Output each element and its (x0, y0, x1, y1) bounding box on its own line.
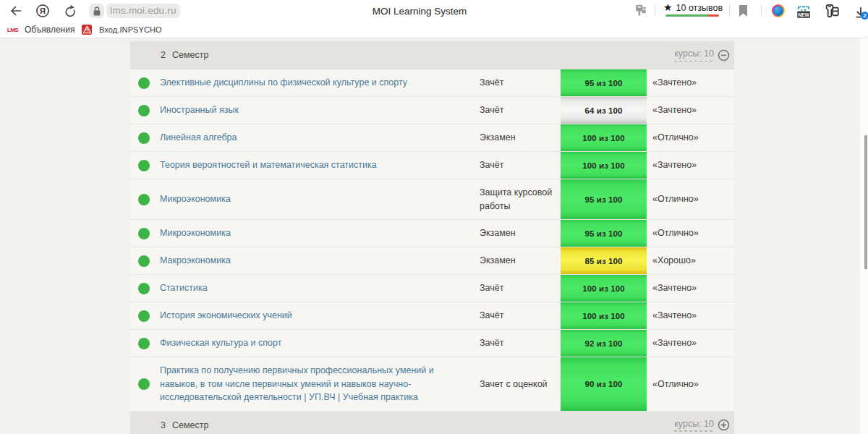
key-passwords-icon (634, 4, 648, 18)
score-badge: 100 из 100 (561, 275, 647, 302)
pyramid-icon (82, 25, 92, 34)
course-link[interactable]: Практика по получению первичных професси… (160, 357, 480, 411)
course-row: Практика по получению первичных професси… (130, 357, 734, 412)
color-ring-icon (772, 4, 785, 17)
tab-groups-button[interactable] (823, 0, 842, 22)
reviews-label: 10 отзывов (676, 3, 723, 13)
scrollbar-thumb[interactable] (864, 135, 868, 269)
score-badge: 64 из 100 (561, 97, 647, 124)
status-dot (138, 283, 150, 294)
address-bar[interactable]: lms.moi.edu.ru (106, 4, 180, 18)
bookmarks-bar: LMS Объявления Вход.INPSYCHO (0, 22, 868, 38)
course-row: Иностранный язык Зачёт 64 из 100 «Зачтен… (130, 97, 734, 124)
toolbar-separator (655, 5, 655, 17)
back-button[interactable] (8, 0, 24, 22)
svg-text:NEW: NEW (798, 12, 809, 17)
score-badge: 95 из 100 (561, 220, 647, 247)
collapse-section-button[interactable] (718, 49, 730, 61)
refresh-icon (62, 2, 78, 20)
extension-browser-button[interactable] (771, 0, 786, 22)
tab-groups-icon (823, 1, 842, 20)
plus-circle-icon (718, 419, 730, 431)
grade-text: «Отлично» (647, 220, 734, 247)
new-badge-icon: NEW (795, 2, 812, 20)
assessment-type: Зачет с оценкой (480, 371, 561, 398)
course-link[interactable]: Физическая культура и спорт (160, 330, 480, 357)
assessment-type: Экзамен (480, 124, 561, 151)
score-badge: 100 из 100 (561, 124, 647, 151)
course-link[interactable]: Макроэкономика (160, 247, 480, 274)
semester-label: Семестр (172, 420, 208, 430)
course-link[interactable]: Элективные дисциплины по физической куль… (160, 69, 480, 96)
course-link[interactable]: Статистика (160, 275, 480, 302)
courses-count-link[interactable]: курсы: 10 (674, 419, 714, 432)
assessment-type: Зачёт (480, 302, 561, 329)
course-link[interactable]: Микроэкономика (160, 220, 480, 247)
course-row: Элективные дисциплины по физической куль… (130, 69, 734, 97)
browser-toolbar: Я lms.moi.edu.ru MOI Learning System ★ (0, 0, 868, 22)
bookmark-item-announcements[interactable]: LMS Объявления (7, 22, 75, 38)
blue-sphere-icon (773, 6, 783, 16)
status-dot (138, 105, 150, 116)
assessment-type: Зачёт (480, 330, 561, 357)
bookmark-label: Вход.INPSYCHO (99, 25, 162, 34)
courses-count-link[interactable]: курсы: 10 (674, 48, 714, 61)
grades-table: 2 Семестр курсы: 10 Элективные дисциплин… (130, 41, 734, 434)
course-row: История экономических учений Зачёт 100 и… (130, 302, 734, 330)
expand-section-button[interactable] (718, 419, 730, 431)
score-badge: 92 из 100 (561, 330, 647, 357)
course-row: Макроэкономика Экзамен 85 из 100 «Хорошо… (130, 247, 734, 275)
course-link[interactable]: История экономических учений (160, 302, 480, 329)
toolbar-separator (729, 5, 730, 17)
grade-text: «Отлично» (647, 124, 734, 151)
status-dot (138, 77, 150, 89)
protect-button[interactable] (633, 0, 649, 22)
grade-text: «Зачтено» (647, 69, 734, 96)
assessment-type: Зачёт (480, 97, 561, 124)
rating-bar-negative (708, 14, 719, 17)
course-row: Линейная алгебра Экзамен 100 из 100 «Отл… (130, 124, 734, 152)
bookmark-button[interactable] (736, 0, 750, 22)
reviews-rating[interactable]: ★ 10 отзывов (663, 0, 723, 22)
page-content: 2 Семестр курсы: 10 Элективные дисциплин… (0, 38, 868, 434)
yandex-button[interactable]: Я (35, 0, 51, 22)
score-badge: 90 из 100 (561, 357, 647, 411)
course-link[interactable]: Иностранный язык (160, 97, 480, 124)
rating-bar (665, 14, 719, 17)
assessment-type: Зачёт (480, 152, 561, 179)
grade-text: «Зачтено» (647, 97, 734, 124)
status-dot (138, 228, 150, 239)
score-badge: 95 из 100 (561, 179, 647, 219)
toolbar-separator (761, 5, 762, 17)
course-link[interactable]: Микроэкономика (160, 186, 480, 213)
course-link[interactable]: Линейная алгебра (160, 124, 480, 151)
course-row: Микроэкономика Экзамен 95 из 100 «Отличн… (130, 220, 734, 247)
url-text: lms.moi.edu.ru (110, 5, 176, 16)
extension-new-button[interactable]: NEW (794, 0, 813, 22)
status-dot (138, 310, 150, 322)
score-badge: 85 из 100 (561, 247, 647, 274)
lms-favicon: LMS (7, 27, 17, 33)
lock-icon (92, 6, 102, 17)
rating-bar-positive (665, 14, 708, 17)
refresh-button[interactable] (62, 0, 78, 22)
bookmark-item-inpsycho[interactable]: Вход.INPSYCHO (82, 22, 162, 38)
assessment-type: Экзамен (480, 247, 561, 274)
grade-text: «Зачтено» (647, 152, 734, 179)
status-dot (138, 338, 150, 349)
semester-number: 2 (161, 50, 166, 60)
score-badge: 100 из 100 (561, 302, 647, 329)
yandex-logo-icon: Я (35, 3, 51, 19)
assessment-type: Зачёт (480, 69, 561, 96)
star-icon: ★ (663, 1, 673, 13)
grade-text: «Хорошо» (647, 247, 734, 274)
lock-chip[interactable] (89, 4, 104, 18)
window-title: MOI Learning System (333, 0, 506, 22)
status-dot (138, 378, 150, 390)
course-row: Статистика Зачёт 100 из 100 «Зачтено» (130, 275, 734, 302)
course-row: Физическая культура и спорт Зачёт 92 из … (130, 330, 734, 357)
semester-label: Семестр (172, 50, 208, 60)
status-dot (138, 132, 150, 144)
page-scrollbar[interactable] (860, 38, 868, 434)
course-link[interactable]: Теория вероятностей и математическая ста… (160, 152, 480, 179)
